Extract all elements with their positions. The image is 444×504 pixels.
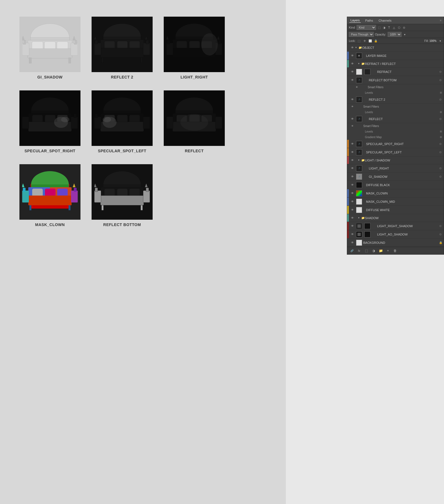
lock-label: Lock: <box>349 39 355 42</box>
footer-fx-icon[interactable]: fx <box>357 248 362 253</box>
preview-box-gi-shadow[interactable] <box>19 17 80 72</box>
footer-group-icon[interactable]: 📁 <box>378 248 383 253</box>
eye-icon-shadow-group[interactable]: 👁 <box>350 216 354 220</box>
eye-icon-layer-image[interactable]: 👁 <box>350 54 354 58</box>
eye-icon-gi-shadow[interactable]: 👁 <box>350 175 354 179</box>
lock-artboard-icon[interactable]: ⬜ <box>368 39 372 43</box>
eye-icon-object[interactable]: 👁 <box>350 46 354 50</box>
bed-svg-reflect <box>167 95 222 142</box>
footer-adjustment-icon[interactable]: ◑ <box>371 248 376 253</box>
filter-shape-icon[interactable]: △ <box>392 26 396 29</box>
layer-row-specular-spot-left[interactable]: 👁 🎵 SPECULAR_SPOT_LEFT ⊙ <box>347 148 444 156</box>
layer-row-gi-shadow[interactable]: 👁 🎵 GI_SHADOW ⊙ <box>347 173 444 181</box>
svg-rect-79 <box>215 117 222 129</box>
filter-type-icon[interactable]: T <box>387 26 391 29</box>
filter-toggle-icon[interactable]: ⊙ <box>402 26 406 29</box>
layer-thumb-layer-image: ▣ <box>356 53 362 59</box>
eye-icon-mask-clown[interactable]: 👁 <box>350 191 354 195</box>
tab-channels[interactable]: Channels <box>377 18 392 23</box>
lock-row: Lock: ⬚ ✛ ⬜ 🔒 Fill: 100% ▾ <box>347 38 444 44</box>
layer-row-reflect[interactable]: 👁 🎵 REFLECT ⊙ <box>347 115 444 123</box>
lock-pixels-icon[interactable]: ⬚ <box>357 39 361 43</box>
eye-icon-sf3[interactable]: 👁 <box>350 124 354 128</box>
tab-layers[interactable]: Layers <box>349 18 361 23</box>
tab-paths[interactable]: Paths <box>364 18 374 23</box>
preview-box-light-right[interactable] <box>164 17 225 72</box>
blend-mode-select[interactable]: Pass Through Normal Multiply Screen <box>349 32 374 37</box>
svg-rect-111 <box>102 205 104 210</box>
svg-rect-88 <box>57 189 68 196</box>
filter-adjust-icon[interactable]: ◑ <box>382 26 386 29</box>
layer-row-mask-clown[interactable]: 👁 MASK_CLOWN <box>347 189 444 197</box>
footer-link-icon[interactable]: 🔗 <box>349 248 354 253</box>
preview-box-specular-spot-right[interactable] <box>19 90 80 146</box>
layer-thumb-light-right-shadow-mask <box>364 223 370 229</box>
layer-row-reflect-bottom[interactable]: 👁 🎵 REFLECT BOTTOM ⊙ <box>347 76 444 84</box>
layer-row-mask-clown-mid[interactable]: 👁 MASK_CLOWN_MID <box>347 197 444 206</box>
preview-box-mask-clown[interactable] <box>19 164 80 220</box>
opacity-select[interactable]: 100% 75% 50% <box>388 32 402 37</box>
kind-select[interactable]: Kind Name Effect <box>357 25 376 30</box>
layer-row-refract-reflect[interactable]: 👁 ▼ 📁 REFRACT / REFLECT <box>347 60 444 68</box>
layer-row-light-right-shadow[interactable]: 👁 LIGHT_RIGHT_SHADOW ⊙ <box>347 222 444 230</box>
layer-row-specular-spot-right[interactable]: 👁 🎵 SPECULAR_SPOT_RIGHT ⊙ <box>347 140 444 148</box>
layer-row-diffuse-white[interactable]: 👁 DIFFUSE WHITE <box>347 206 444 214</box>
eye-icon-reflect2[interactable]: 👁 <box>350 98 354 102</box>
layer-color-bar-background <box>347 239 349 247</box>
eye-icon-reflect-bottom[interactable]: 👁 <box>350 78 354 82</box>
eye-icon-reflect[interactable]: 👁 <box>350 117 354 121</box>
opacity-label: Opacity: <box>375 33 386 36</box>
panel-footer: 🔗 fx ⬚ ◑ 📁 + 🗑 <box>347 247 444 254</box>
preview-box-reflect2[interactable] <box>92 17 153 72</box>
eye-icon-refract[interactable]: 👁 <box>350 70 354 74</box>
gradient-map-row: Gradient Map ⊞ <box>347 134 444 140</box>
preview-box-specular-spot-left[interactable] <box>92 90 153 146</box>
layer-row-light-ao-shadow[interactable]: 👁 LIGHT_AO_SHADOW ⊙ <box>347 230 444 239</box>
eye-icon-sf1[interactable]: 👁 <box>355 85 359 89</box>
svg-rect-24 <box>100 48 144 58</box>
svg-rect-22 <box>117 41 128 49</box>
footer-new-layer-icon[interactable]: + <box>385 248 390 253</box>
eye-icon-diffuse-black[interactable]: 👁 <box>350 183 354 187</box>
eye-icon-sf2[interactable]: 👁 <box>350 105 354 108</box>
svg-rect-92 <box>71 191 78 202</box>
preview-box-reflect[interactable] <box>164 90 225 146</box>
fill-arrow-icon[interactable]: ▾ <box>438 39 442 43</box>
layer-row-diffuse-black[interactable]: 👁 DIFFUSE BLACK <box>347 181 444 189</box>
eye-icon-background[interactable]: 👁 <box>350 241 354 245</box>
panel-close-icon[interactable]: ≡ <box>440 19 442 22</box>
eye-icon-specular-right[interactable]: 👁 <box>350 142 354 146</box>
svg-marker-109 <box>94 183 97 187</box>
svg-rect-78 <box>167 117 173 129</box>
eye-icon-specular-left[interactable]: 👁 <box>350 150 354 154</box>
eye-icon-diffuse-white[interactable]: 👁 <box>350 208 354 212</box>
eye-icon-light-right[interactable]: 👁 <box>350 166 354 170</box>
layer-row-reflect2[interactable]: 👁 🎵 REFLECT 2 ⊙ <box>347 95 444 104</box>
layer-row-layer-image[interactable]: 👁 ▣ LAYER IMAGE <box>347 52 444 60</box>
filter-smart-icon[interactable]: ⬡ <box>397 26 401 29</box>
eye-icon-refract-reflect[interactable]: 👁 <box>350 62 354 66</box>
layer-row-background[interactable]: 👁 BACKGROUND 🔒 <box>347 239 444 247</box>
layer-row-light-right[interactable]: 👁 🎵 LIGHT_RIGHT ⊙ <box>347 164 444 173</box>
svg-point-46 <box>201 33 218 55</box>
layer-row-object[interactable]: 👁 ▼ 📁 OBJECT <box>347 44 444 52</box>
filter-pixel-icon[interactable]: ⬚ <box>377 26 381 29</box>
layer-row-refract[interactable]: 👁 REFRACT ⊙ <box>347 68 444 76</box>
eye-icon-light-ao-shadow[interactable]: 👁 <box>350 232 354 236</box>
svg-rect-23 <box>129 41 140 49</box>
footer-mask-icon[interactable]: ⬚ <box>364 248 369 253</box>
preview-box-reflect-bottom[interactable] <box>92 164 153 220</box>
footer-delete-icon[interactable]: 🗑 <box>393 248 398 253</box>
svg-rect-68 <box>143 117 150 129</box>
lock-position-icon[interactable]: ✛ <box>363 39 367 43</box>
eye-icon-light-shadow[interactable]: 👁 <box>350 158 354 162</box>
preview-label-mask-clown: MASK_CLOWN <box>35 222 65 227</box>
layer-row-light-shadow[interactable]: 👁 ▼ 📁 LIGHT / SHADOW <box>347 156 444 164</box>
lock-all-icon[interactable]: 🔒 <box>374 39 378 43</box>
eye-icon-mask-clown-mid[interactable]: 👁 <box>350 200 354 204</box>
preview-label-reflect-bottom: REFLECT BOTTOM <box>103 222 141 227</box>
eye-icon-light-right-shadow[interactable]: 👁 <box>350 224 354 228</box>
svg-marker-30 <box>145 36 148 40</box>
layer-row-shadow-group[interactable]: 👁 ▼ 📁 SHADOW <box>347 214 444 222</box>
opacity-arrow-icon[interactable]: ▾ <box>403 32 407 36</box>
